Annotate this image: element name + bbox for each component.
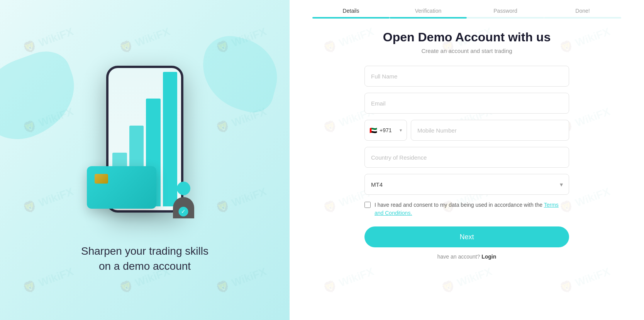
step-details: Details <box>312 8 390 19</box>
check-badge: ✓ <box>179 207 188 216</box>
platform-select[interactable]: MT4 MT5 <box>364 174 569 195</box>
step-done-label: Done! <box>575 8 590 14</box>
person-body: ✓ <box>173 197 194 218</box>
login-row: have an account? Login <box>364 254 569 260</box>
person-figure: ✓ <box>168 182 199 216</box>
step-verification-label: Verification <box>415 8 441 14</box>
phone-field: 🇦🇪 +971 ▾ <box>364 120 569 141</box>
form-subtitle: Create an account and start trading <box>421 48 512 54</box>
caption-line2: on a demo account <box>81 259 208 274</box>
step-password: Password <box>467 8 544 19</box>
full-name-field <box>364 66 569 87</box>
country-input[interactable] <box>364 147 569 168</box>
step-done: Done! <box>544 8 621 19</box>
login-link[interactable]: Login <box>481 254 496 260</box>
blob-left <box>0 44 88 149</box>
credit-card <box>87 166 156 209</box>
card-chip <box>95 174 108 184</box>
right-panel: 🦁 WikiFX 🦁 WikiFX 🦁 WikiFX 🦁 WikiFX 🦁 Wi… <box>290 0 644 320</box>
phone-prefix-selector[interactable]: 🇦🇪 +971 ▾ <box>364 120 407 141</box>
email-field <box>364 93 569 114</box>
checkbox-label: I have read and consent to my data being… <box>375 201 569 217</box>
mobile-number-input[interactable] <box>411 120 569 141</box>
form-container: Open Demo Account with us Create an acco… <box>290 19 644 320</box>
prefix-text: +971 <box>380 127 392 133</box>
form-inner: 🇦🇪 +971 ▾ MT4 MT5 ▾ <box>364 66 569 260</box>
terms-checkbox[interactable] <box>364 202 371 208</box>
left-panel: 🦁 WikiFX 🦁 WikiFX 🦁 WikiFX 🦁 WikiFX 🦁 Wi… <box>0 0 290 320</box>
step-password-label: Password <box>493 8 517 14</box>
terms-checkbox-row: I have read and consent to my data being… <box>364 201 569 217</box>
checkbox-text: I have read and consent to my data being… <box>375 202 544 208</box>
full-name-input[interactable] <box>364 66 569 87</box>
person-head <box>177 182 190 195</box>
have-account-text: have an account? <box>437 254 480 260</box>
platform-field: MT4 MT5 ▾ <box>364 174 569 195</box>
flag-icon: 🇦🇪 <box>369 127 377 134</box>
email-input[interactable] <box>364 93 569 114</box>
form-title: Open Demo Account with us <box>383 30 551 44</box>
chevron-down-icon: ▾ <box>400 128 402 133</box>
country-field <box>364 147 569 168</box>
left-caption: Sharpen your trading skills on a demo ac… <box>81 243 208 274</box>
next-button[interactable]: Next <box>364 226 569 247</box>
caption-line1: Sharpen your trading skills <box>81 243 208 259</box>
step-details-label: Details <box>343 8 359 14</box>
phone-illustration: ✓ <box>79 46 210 232</box>
step-verification: Verification <box>390 8 467 19</box>
progress-steps: Details Verification Password Done! <box>290 0 644 19</box>
